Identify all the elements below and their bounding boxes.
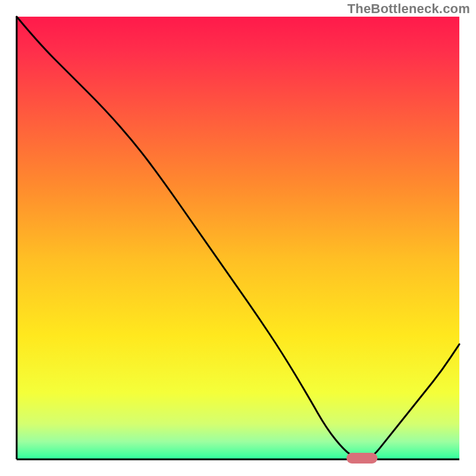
marker-optimum (346, 453, 377, 464)
plot-area (17, 17, 459, 459)
watermark: TheBottleneck.com (347, 1, 470, 17)
